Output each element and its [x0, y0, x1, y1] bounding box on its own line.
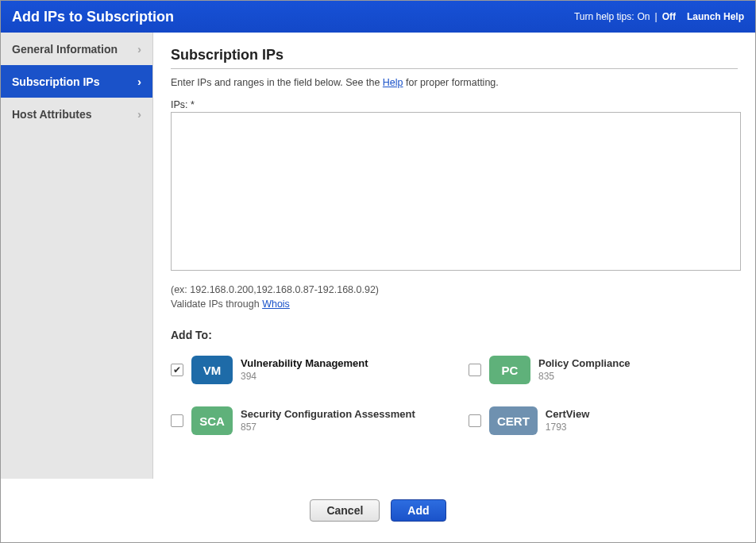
module-sca: SCA Security Configuration Assessment 85…: [171, 406, 437, 435]
dialog-title: Add IPs to Subscription: [12, 9, 174, 25]
module-cert-checkbox[interactable]: [469, 414, 481, 427]
module-vm-info: Vulnerability Management 394: [241, 357, 368, 383]
sidebar-item-label: Host Attributes: [12, 108, 92, 121]
module-vm-name: Vulnerability Management: [241, 357, 368, 371]
module-pc-name: Policy Compliance: [538, 357, 631, 371]
sidebar-item-label: Subscription IPs: [12, 75, 99, 88]
module-vm-badge: VM: [191, 356, 233, 384]
module-cert-name: CertView: [546, 408, 589, 422]
help-link[interactable]: Help: [383, 77, 403, 88]
module-pc-info: Policy Compliance 835: [538, 357, 631, 383]
module-cert: CERT CertView 1793: [469, 406, 735, 435]
chevron-right-icon: ›: [137, 42, 141, 56]
module-grid: VM Vulnerability Management 394 PC Polic…: [171, 356, 742, 435]
module-pc-checkbox[interactable]: [469, 364, 481, 376]
whois-link[interactable]: Whois: [262, 298, 290, 310]
sidebar: General Information › Subscription IPs ›…: [1, 33, 153, 479]
sidebar-item-subscription-ips[interactable]: Subscription IPs ›: [1, 65, 152, 98]
add-button[interactable]: Add: [391, 499, 446, 522]
module-sca-badge: SCA: [191, 406, 233, 435]
help-tips-off[interactable]: Off: [662, 11, 676, 22]
module-sca-count: 857: [241, 422, 415, 434]
module-vm-checkbox[interactable]: [171, 364, 183, 376]
intro-after: for proper formatting.: [403, 77, 499, 88]
chevron-right-icon: ›: [137, 75, 141, 88]
sidebar-item-host-attributes[interactable]: Host Attributes ›: [1, 98, 152, 130]
footer: Cancel Add: [1, 479, 755, 542]
module-vm-count: 394: [241, 371, 368, 383]
module-pc-badge: PC: [489, 356, 530, 384]
ips-label: IPs: *: [171, 99, 738, 110]
sidebar-item-general-information[interactable]: General Information ›: [1, 33, 152, 65]
launch-help-link[interactable]: Launch Help: [687, 11, 744, 22]
module-sca-checkbox[interactable]: [171, 414, 183, 427]
module-pc-count: 835: [538, 371, 631, 383]
module-cert-badge: CERT: [489, 406, 538, 435]
add-to-label: Add To:: [171, 329, 738, 341]
main-panel: Subscription IPs Enter IPs and ranges in…: [153, 33, 755, 479]
help-tips-label: Turn help tips:: [574, 11, 634, 22]
module-cert-count: 1793: [546, 422, 589, 434]
sidebar-item-label: General Information: [12, 43, 118, 56]
ips-example: (ex: 192.168.0.200,192.168.0.87-192.168.…: [171, 284, 379, 295]
intro-before: Enter IPs and ranges in the field below.…: [171, 77, 383, 88]
dialog-add-ips: Add IPs to Subscription Turn help tips: …: [0, 0, 756, 543]
intro-text: Enter IPs and ranges in the field below.…: [171, 77, 738, 88]
title-bar-right: Turn help tips: On | Off Launch Help: [574, 11, 744, 22]
dialog-body: General Information › Subscription IPs ›…: [1, 33, 755, 479]
module-pc: PC Policy Compliance 835: [469, 356, 735, 384]
module-sca-name: Security Configuration Assessment: [241, 408, 415, 422]
help-tips-separator: |: [655, 11, 658, 22]
cancel-button[interactable]: Cancel: [310, 499, 380, 522]
module-sca-info: Security Configuration Assessment 857: [241, 408, 415, 433]
section-title: Subscription IPs: [171, 47, 738, 69]
module-vm: VM Vulnerability Management 394: [171, 356, 437, 384]
ips-hint: (ex: 192.168.0.200,192.168.0.87-192.168.…: [171, 283, 738, 311]
title-bar: Add IPs to Subscription Turn help tips: …: [1, 1, 755, 33]
module-cert-info: CertView 1793: [546, 408, 589, 433]
chevron-right-icon: ›: [137, 107, 141, 121]
help-tips-on[interactable]: On: [638, 11, 650, 22]
ips-textarea[interactable]: [171, 112, 741, 271]
validate-before: Validate IPs through: [171, 298, 262, 310]
